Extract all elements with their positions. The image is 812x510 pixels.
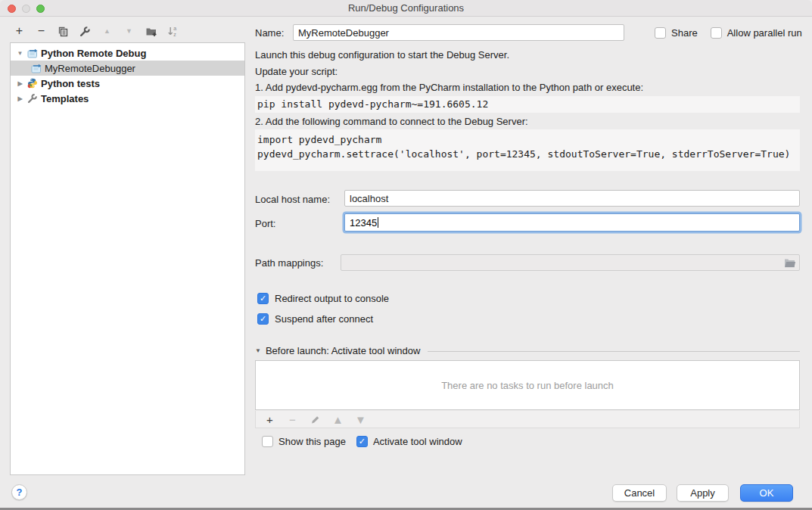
redirect-output-checkbox[interactable] bbox=[257, 293, 269, 304]
page-options-row: Show this page Activate tool window bbox=[255, 436, 462, 447]
description-line-2: Update your script: bbox=[255, 66, 338, 77]
copy-configuration-icon[interactable] bbox=[57, 25, 70, 38]
suspend-after-connect-checkbox[interactable] bbox=[257, 313, 269, 325]
window-title: Run/Debug Configurations bbox=[0, 2, 812, 14]
edit-defaults-wrench-icon[interactable] bbox=[79, 25, 92, 38]
tree-item-label: Python tests bbox=[41, 78, 100, 89]
redirect-output-label: Redirect output to console bbox=[275, 293, 389, 304]
expand-collapsed-icon[interactable]: ▶ bbox=[16, 95, 24, 102]
empty-tasks-text: There are no tasks to run before launch bbox=[441, 380, 614, 391]
code-line-settrace: pydevd_pycharm.settrace('localhost', por… bbox=[257, 147, 800, 161]
show-this-page-checkbox[interactable] bbox=[262, 436, 273, 447]
port-input[interactable] bbox=[344, 213, 800, 232]
tree-item-label: Templates bbox=[41, 93, 89, 104]
apply-button[interactable]: Apply bbox=[677, 484, 729, 502]
name-row: Name: Share Allow parallel run bbox=[255, 23, 808, 42]
port-label: Port: bbox=[255, 218, 275, 229]
before-launch-toolbar: + − ▲ ▼ bbox=[255, 411, 800, 428]
name-label: Name: bbox=[255, 27, 293, 39]
step-2-text: 2. Add the following command to connect … bbox=[255, 116, 528, 127]
activate-tool-window-label: Activate tool window bbox=[373, 436, 462, 447]
new-folder-icon[interactable] bbox=[145, 25, 157, 38]
path-mappings-label: Path mappings: bbox=[255, 257, 323, 269]
local-host-name-label: Local host name: bbox=[255, 194, 330, 205]
browse-folder-icon[interactable] bbox=[782, 257, 797, 269]
tree-item-python-remote-debug[interactable]: ▼ Python Remote Debug bbox=[11, 45, 244, 61]
local-host-name-input[interactable] bbox=[344, 190, 800, 207]
templates-wrench-icon bbox=[27, 93, 38, 104]
code-line-import: import pydevd_pycharm bbox=[257, 132, 800, 147]
remove-configuration-icon[interactable]: − bbox=[35, 25, 48, 38]
expand-open-icon[interactable]: ▼ bbox=[16, 50, 24, 57]
tree-item-templates[interactable]: ▶ Templates bbox=[11, 91, 244, 106]
before-launch-title: Before launch: Activate tool window bbox=[266, 345, 421, 356]
suspend-after-connect-row: Suspend after connect bbox=[257, 313, 373, 325]
path-mappings-input[interactable] bbox=[341, 254, 800, 271]
edit-task-icon bbox=[309, 413, 322, 426]
text-caret bbox=[378, 217, 378, 228]
tree-item-label: MyRemoteDebugger bbox=[45, 63, 135, 74]
svg-text:z: z bbox=[173, 32, 176, 37]
sort-alphabetically-icon[interactable]: a z bbox=[166, 25, 179, 38]
before-launch-task-list[interactable]: There are no tasks to run before launch bbox=[255, 360, 800, 410]
move-task-up-icon: ▲ bbox=[331, 413, 344, 426]
redirect-output-row: Redirect output to console bbox=[257, 293, 389, 304]
show-this-page-label: Show this page bbox=[278, 436, 346, 447]
run-debug-configurations-dialog: Run/Debug Configurations + − ▲ ▼ bbox=[0, 0, 812, 510]
add-configuration-icon[interactable]: + bbox=[13, 25, 26, 38]
allow-parallel-run-checkbox[interactable] bbox=[711, 27, 722, 39]
tree-item-myremotedebugger[interactable]: MyRemoteDebugger bbox=[11, 61, 244, 76]
move-down-icon: ▼ bbox=[123, 25, 135, 38]
suspend-after-connect-label: Suspend after connect bbox=[275, 313, 373, 325]
allow-parallel-run-label: Allow parallel run bbox=[727, 27, 802, 39]
settrace-code-block: import pydevd_pycharm pydevd_pycharm.set… bbox=[255, 129, 800, 171]
port-field-wrapper bbox=[344, 213, 800, 232]
collapse-arrow-icon[interactable]: ▼ bbox=[255, 347, 261, 354]
help-button[interactable]: ? bbox=[11, 484, 27, 500]
add-task-icon[interactable]: + bbox=[263, 413, 276, 426]
svg-text:a: a bbox=[173, 26, 176, 31]
python-tests-icon bbox=[27, 78, 38, 89]
move-up-icon: ▲ bbox=[101, 25, 114, 38]
before-launch-header[interactable]: ▼ Before launch: Activate tool window bbox=[255, 345, 800, 356]
configurations-tree: ▼ Python Remote Debug MyRe bbox=[10, 42, 245, 475]
tree-item-python-tests[interactable]: ▶ Python tests bbox=[11, 76, 244, 91]
remote-debug-config-icon bbox=[27, 48, 38, 58]
activate-tool-window-checkbox[interactable] bbox=[356, 436, 368, 447]
configurations-toolbar: + − ▲ ▼ a z bbox=[13, 23, 179, 39]
title-bar: Run/Debug Configurations bbox=[0, 0, 812, 17]
separator-line bbox=[428, 351, 800, 352]
pip-install-command: pip install pydevd-pycharm~=191.6605.12 bbox=[255, 96, 800, 113]
share-label: Share bbox=[671, 27, 698, 39]
remove-task-icon: − bbox=[286, 413, 299, 426]
cancel-button[interactable]: Cancel bbox=[612, 484, 667, 502]
share-checkbox[interactable] bbox=[655, 27, 666, 39]
move-task-down-icon: ▼ bbox=[354, 413, 367, 426]
expand-collapsed-icon[interactable]: ▶ bbox=[16, 80, 24, 87]
name-input[interactable] bbox=[293, 24, 624, 41]
ok-button[interactable]: OK bbox=[740, 484, 793, 502]
tree-item-label: Python Remote Debug bbox=[41, 48, 146, 59]
description-line-1: Launch this debug configuration to start… bbox=[255, 49, 509, 61]
remote-debug-config-icon bbox=[31, 63, 42, 73]
step-1-text: 1. Add pydevd-pycharm.egg from the PyCha… bbox=[255, 82, 643, 93]
